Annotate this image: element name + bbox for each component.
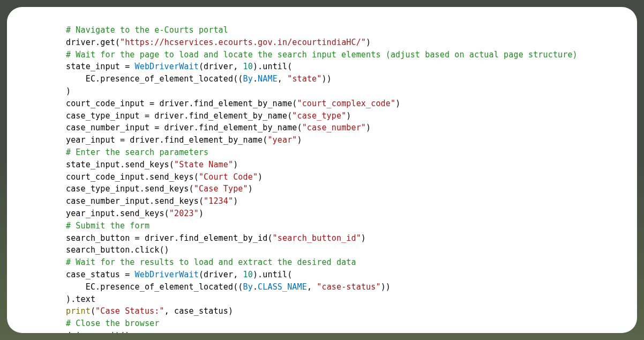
builtin-func: print bbox=[66, 306, 91, 316]
code-text: state_input = bbox=[66, 62, 135, 71]
builtin-name: By bbox=[243, 74, 253, 84]
code-text: driver.quit() bbox=[66, 331, 130, 333]
code-line: EC.presence_of_element_located((By.NAME,… bbox=[66, 74, 332, 84]
code-line: search_button.click() bbox=[66, 245, 169, 255]
code-text: ) bbox=[233, 196, 238, 206]
string-literal: "Case Type" bbox=[194, 184, 248, 194]
code-text: ) bbox=[248, 184, 253, 194]
code-line: state_input.send_keys("State Name") bbox=[66, 160, 238, 169]
string-literal: "case_number" bbox=[302, 123, 366, 132]
code-text: ).until( bbox=[253, 62, 292, 71]
string-literal: "1234" bbox=[204, 196, 233, 206]
code-line: case_type_input.send_keys("Case Type") bbox=[66, 184, 253, 194]
code-text: EC.presence_of_element_located(( bbox=[86, 74, 243, 84]
code-line: case_number_input = driver.find_element_… bbox=[66, 123, 371, 132]
code-text: , bbox=[307, 282, 317, 292]
code-text: ) bbox=[366, 38, 371, 47]
member-name: NAME bbox=[258, 74, 278, 84]
code-text: EC.presence_of_element_located(( bbox=[86, 282, 243, 292]
code-text: , case_status) bbox=[164, 306, 234, 316]
code-text: court_code_input = driver.find_element_b… bbox=[66, 99, 297, 108]
code-line: driver.get("https://hcservices.ecourts.g… bbox=[66, 38, 371, 47]
string-literal: "Case Status:" bbox=[95, 306, 164, 316]
string-literal: "case-status" bbox=[317, 282, 380, 292]
code-text: case_number_input = driver.find_element_… bbox=[66, 123, 302, 132]
code-text: ) bbox=[233, 160, 238, 169]
code-text: case_type_input.send_keys( bbox=[66, 184, 194, 194]
number-literal: 10 bbox=[243, 270, 253, 279]
string-literal: "Court Code" bbox=[199, 172, 258, 182]
string-literal: "year" bbox=[267, 135, 297, 145]
comment: # Enter the search parameters bbox=[66, 147, 208, 157]
code-line: year_input.send_keys("2023") bbox=[66, 209, 204, 218]
code-text: court_code_input.send_keys( bbox=[66, 172, 199, 182]
code-text: (driver, bbox=[199, 62, 243, 71]
code-text: case_status = bbox=[66, 270, 135, 279]
code-text: ) bbox=[346, 111, 351, 121]
string-literal: "search_button_id" bbox=[273, 233, 361, 243]
builtin-name: WebDriverWait bbox=[135, 62, 199, 71]
string-literal: "court_complex_code" bbox=[297, 99, 396, 108]
indent bbox=[66, 74, 86, 84]
code-line: driver.quit() bbox=[66, 331, 130, 333]
code-text: ) bbox=[66, 86, 71, 96]
code-line: # Wait for the page to load and locate t… bbox=[66, 50, 578, 60]
code-text: ) bbox=[366, 123, 371, 132]
comment: # Wait for the page to load and locate t… bbox=[66, 50, 578, 60]
builtin-name: WebDriverWait bbox=[135, 270, 199, 279]
string-literal: "https://hcservices.ecourts.gov.in/ecour… bbox=[120, 38, 366, 47]
code-block: # Navigate to the e-Courts portal driver… bbox=[18, 24, 626, 333]
code-text: ) bbox=[361, 233, 366, 243]
code-line: year_input = driver.find_element_by_name… bbox=[66, 135, 302, 145]
code-line: print("Case Status:", case_status) bbox=[66, 306, 233, 316]
code-text: state_input.send_keys( bbox=[66, 160, 174, 169]
code-text: (driver, bbox=[199, 270, 243, 279]
code-text: case_type_input = driver.find_element_by… bbox=[66, 111, 292, 121]
code-line: # Enter the search parameters bbox=[66, 147, 208, 157]
code-line: court_code_input.send_keys("Court Code") bbox=[66, 172, 263, 182]
code-line: court_code_input = driver.find_element_b… bbox=[66, 99, 400, 108]
code-text: ) bbox=[258, 172, 263, 182]
code-text: ) bbox=[297, 135, 302, 145]
code-line: case_type_input = driver.find_element_by… bbox=[66, 111, 351, 121]
code-text: search_button = driver.find_element_by_i… bbox=[66, 233, 273, 243]
comment: # Wait for the results to load and extra… bbox=[66, 257, 356, 267]
indent bbox=[66, 282, 86, 292]
code-line: # Submit the form bbox=[66, 221, 149, 231]
code-text: ) bbox=[395, 99, 400, 108]
code-line: # Close the browser bbox=[66, 319, 159, 328]
code-line: case_status = WebDriverWait(driver, 10).… bbox=[66, 270, 292, 279]
code-text: . bbox=[253, 74, 258, 84]
code-text: ).until( bbox=[253, 270, 292, 279]
code-line: # Wait for the results to load and extra… bbox=[66, 257, 356, 267]
number-literal: 10 bbox=[243, 62, 253, 71]
code-text: driver.get( bbox=[66, 38, 120, 47]
code-line: ) bbox=[66, 86, 71, 96]
string-literal: "case_type" bbox=[292, 111, 346, 121]
code-text: case_number_input.send_keys( bbox=[66, 196, 204, 206]
code-line: # Navigate to the e-Courts portal bbox=[66, 25, 228, 35]
code-text: year_input = driver.find_element_by_name… bbox=[66, 135, 267, 145]
code-card: # Navigate to the e-Courts portal driver… bbox=[7, 7, 637, 333]
comment: # Close the browser bbox=[66, 319, 159, 328]
code-line: search_button = driver.find_element_by_i… bbox=[66, 233, 366, 243]
code-line: case_number_input.send_keys("1234") bbox=[66, 196, 238, 206]
code-text: . bbox=[253, 282, 258, 292]
code-text: ) bbox=[199, 209, 204, 218]
member-name: CLASS_NAME bbox=[258, 282, 307, 292]
string-literal: "2023" bbox=[169, 209, 199, 218]
code-text: search_button.click() bbox=[66, 245, 169, 255]
code-text: )) bbox=[321, 74, 331, 84]
builtin-name: By bbox=[243, 282, 253, 292]
code-line: EC.presence_of_element_located((By.CLASS… bbox=[66, 282, 391, 292]
code-line: ).text bbox=[66, 294, 95, 304]
code-text: )) bbox=[381, 282, 391, 292]
code-line: state_input = WebDriverWait(driver, 10).… bbox=[66, 62, 292, 71]
string-literal: "state" bbox=[287, 74, 321, 84]
string-literal: "State Name" bbox=[174, 160, 233, 169]
code-text: year_input.send_keys( bbox=[66, 209, 169, 218]
comment: # Navigate to the e-Courts portal bbox=[66, 25, 228, 35]
code-text: ).text bbox=[66, 294, 95, 304]
comment: # Submit the form bbox=[66, 221, 149, 231]
code-text: ( bbox=[91, 306, 95, 316]
